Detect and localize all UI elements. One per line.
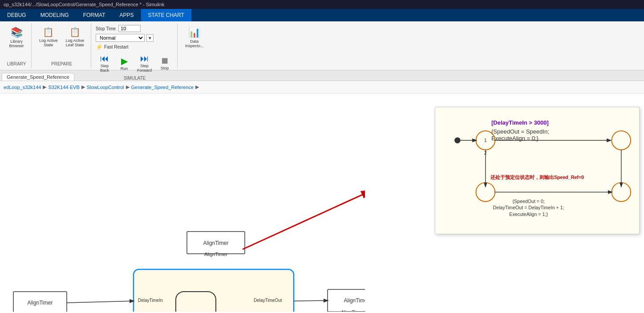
align-sequence-state[interactable] [134,269,294,312]
mode-row: Normal Accelerator Rapid Accelerator ▾ [96,34,174,42]
conn-align-timer-in [67,301,134,303]
menu-bar: DEBUG MODELING FORMAT APPS STATE CHART [0,9,644,21]
library-browser-icon: 📚 [11,27,23,38]
simulate-section: Stop Time Normal Accelerator Rapid Accel… [92,23,178,68]
breadcrumb-item-2[interactable]: S32K144 EVB [48,85,79,90]
log-active-leaf-state-button[interactable]: 📋 Log ActiveLeaf State [63,25,88,49]
align-timer-out-label: AlignTimer [344,297,365,304]
breadcrumb-item-3[interactable]: SlowLoopControl [87,85,124,90]
step-forward-button[interactable]: ⏭ StepForward [135,52,154,74]
tooltip-state-right [612,131,631,150]
data-inspector-icon: 📊 [188,27,200,38]
toolbar-prepare-section: 📋 Log ActiveState 📋 Log ActiveLeaf State… [32,23,91,68]
menu-statechart[interactable]: STATE CHART [141,9,191,21]
run-icon: ▶ [121,56,128,66]
breadcrumb-sep-1: ▶ [43,84,46,90]
title-bar: op_s32k144/.../SlowLoopControl/Generate_… [0,0,644,9]
conn-delay-time-out [294,301,328,301]
port-delay-time-in: DelayTimeIn [138,298,163,303]
fast-restart-icon: ⚡ [96,44,103,50]
fast-restart-row: ⚡ Fast Restart [96,44,174,50]
main-canvas: AlignTimer AlignTimer Align Sequence Del… [0,93,644,313]
prepare-section-label: PREPARE [51,61,72,66]
library-section-label: LIBRARY [7,61,26,66]
breadcrumb-item-1[interactable]: edLoop_s32k144 [4,85,41,90]
prepare-group: 📋 Log ActiveState 📋 Log ActiveLeaf State [36,25,87,49]
log-active-leaf-state-icon: 📋 [69,27,81,37]
log-active-state-label: Log ActiveState [39,38,58,47]
stop-time-row: Stop Time [96,25,174,32]
data-inspector-section: 📊 DataInspecto... [178,23,211,68]
breadcrumb-sep-3: ▶ [126,84,130,90]
sim-buttons-group: ⏮ StepBack ▶ Run ⏭ StepForward ⏹ Stop [96,52,174,74]
stop-icon: ⏹ [160,56,169,66]
tooltip-action2-detail1: DelayTimeOut = DelayTimeIn + 1; [493,205,564,210]
title-text: op_s32k144/.../SlowLoopControl/Generate_… [4,2,164,7]
align-timer-in-label: AlignTimer [28,300,53,306]
menu-format[interactable]: FORMAT [76,9,113,21]
log-active-leaf-state-label: Log ActiveLeaf State [66,38,85,47]
menu-modeling[interactable]: MODELING [33,9,76,21]
tab-label: Generate_Speed_Reference [7,74,69,80]
step-forward-label: StepForward [137,64,152,73]
mode-dropdown-arrow[interactable]: ▾ [146,34,154,42]
library-browser-button[interactable]: 📚 LibraryBrowser [5,25,28,50]
tooltip-popup: [DelayTimeIn > 3000] {SpeedOut = SpeedIn… [435,107,640,234]
library-group: 📚 LibraryBrowser [5,25,28,50]
step-back-button[interactable]: ⏮ StepBack [96,52,113,74]
align-timer-top-label: AlignTimer [203,240,229,246]
breadcrumb-item-4[interactable]: Generate_Speed_Reference [131,85,194,90]
port-delay-time-out: DelayTimeOut [254,298,282,303]
align-timer-top-sublabel: AlignTimer [204,252,227,257]
step-back-label: StepBack [100,64,109,73]
tooltip-svg: 1 2 还处于预定位状态时，则输出Speed_Ref=0 {SpeedOut [442,113,632,228]
tab-generate-speed-reference[interactable]: Generate_Speed_Reference [2,73,74,81]
data-inspector-button[interactable]: 📊 DataInspecto... [182,25,207,50]
fast-restart-label: Fast Restart [104,45,128,49]
breadcrumb-sep-2: ▶ [81,84,85,90]
simulate-section-label: SIMULATE [96,76,174,81]
log-active-state-button[interactable]: 📋 Log ActiveState [36,25,61,49]
breadcrumb-sep-4: ▶ [195,84,199,90]
align-timer-out-sublabel: AlignTimerOut [341,309,365,312]
tooltip-down-arrow-left [484,183,487,188]
tooltip-state-bottom-label: 还处于预定位状态时，则输出Speed_Ref=0 [490,175,584,180]
run-button[interactable]: ▶ Run [115,54,133,72]
tooltip-down-arrow-right [620,183,623,188]
tooltip-state-1-label: 1 [484,138,487,143]
tooltip-action2-detail2: ExecuteAlign = 1;} [509,211,548,217]
stop-label: Stop [161,66,169,70]
library-browser-label: LibraryBrowser [9,39,24,48]
breadcrumb: edLoop_s32k144 ▶ S32K144 EVB ▶ SlowLoopC… [0,81,644,93]
menu-apps[interactable]: APPS [112,9,141,21]
tooltip-action2-label: {SpeedOut = 0; [512,199,544,204]
tooltip-diagram: [DelayTimeIn > 3000] {SpeedOut = SpeedIn… [442,113,632,228]
data-inspector-label: DataInspecto... [185,39,204,48]
stop-button[interactable]: ⏹ Stop [156,54,174,72]
stop-time-label: Stop Time [96,26,116,31]
toolbar: 📚 LibraryBrowser LIBRARY 📋 Log ActiveSta… [0,21,644,70]
log-active-state-icon: 📋 [43,27,54,37]
simulation-mode-select[interactable]: Normal Accelerator Rapid Accelerator [96,34,145,42]
stop-time-input[interactable] [118,25,141,32]
step-back-icon: ⏮ [100,53,109,64]
toolbar-library-section: 📚 LibraryBrowser LIBRARY [2,23,32,68]
menu-debug[interactable]: DEBUG [0,9,33,21]
step-forward-icon: ⏭ [140,53,149,64]
red-annotation-arrow [243,191,365,249]
run-label: Run [121,66,128,71]
tooltip-initial-dot [454,137,461,143]
diagram-svg: AlignTimer AlignTimer Align Sequence Del… [0,93,365,312]
